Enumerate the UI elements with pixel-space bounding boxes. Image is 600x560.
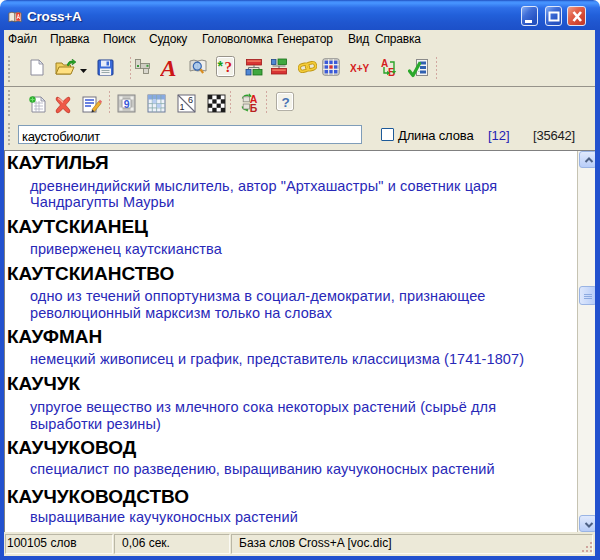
svg-text:A: A xyxy=(160,55,177,79)
svg-text:6: 6 xyxy=(188,95,193,105)
svg-text:Б: Б xyxy=(250,102,258,113)
svg-text:*: * xyxy=(218,58,224,74)
svg-text:9: 9 xyxy=(124,98,130,110)
svg-text:1: 1 xyxy=(180,102,185,112)
svg-text:?: ? xyxy=(282,95,290,110)
svg-text:?: ? xyxy=(225,59,233,75)
svg-text:X+Y: X+Y xyxy=(350,63,370,74)
